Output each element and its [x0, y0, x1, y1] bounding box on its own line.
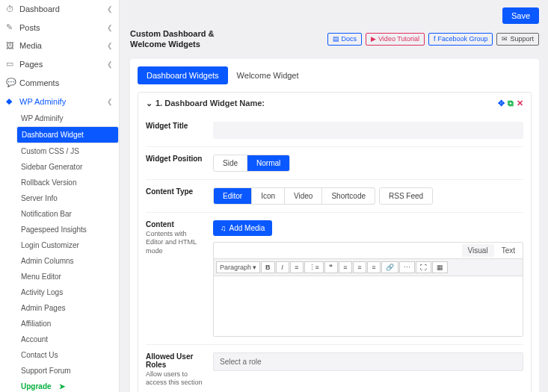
subnav-contact-us[interactable]: Contact Us: [16, 347, 119, 363]
subnav-custom-css-js[interactable]: Custom CSS / JS: [16, 143, 119, 159]
subnav-upgrade[interactable]: Upgrade➤: [16, 379, 119, 392]
nav-icon: ⏱: [6, 4, 15, 13]
pill-icon: ✉: [502, 35, 508, 43]
align-right-icon[interactable]: ≡: [367, 261, 381, 273]
nav-icon: ✎: [6, 22, 15, 32]
roles-sublabel: Allow users to access this section: [146, 370, 206, 388]
subnav-login-customizer[interactable]: Login Customizer: [16, 237, 119, 253]
page-title: Custom Dashboard & Welcome Widgets: [130, 28, 235, 50]
subnav-notification-bar[interactable]: Notification Bar: [16, 206, 119, 222]
ctype-video[interactable]: Video: [285, 188, 322, 204]
widget-name: 1. Dashboard Widget Name:: [156, 99, 265, 108]
content-label: Content: [146, 220, 206, 228]
nav-icon: 💬: [6, 78, 15, 87]
subnav-admin-columns[interactable]: Admin Columns: [16, 253, 119, 269]
pill-icon: ▤: [333, 35, 339, 43]
more-icon[interactable]: ⋯: [399, 261, 415, 273]
upgrade-arrow-icon: ➤: [59, 382, 65, 391]
sidebar: ⏱Dashboard❮✎Posts❮🖼Media❮▭Pages❮💬Comment…: [0, 0, 120, 392]
nav-pages[interactable]: ▭Pages❮: [0, 55, 119, 73]
toolbar-toggle-icon[interactable]: ▦: [432, 261, 448, 273]
delete-icon[interactable]: ✕: [517, 99, 523, 108]
pill-icon: f: [434, 35, 436, 43]
align-left-icon[interactable]: ≡: [339, 261, 352, 273]
copy-icon[interactable]: ⧉: [508, 99, 514, 108]
subnav-server-info[interactable]: Server Info: [16, 190, 119, 206]
subnav-pagespeed-insights[interactable]: Pagespeed Insights: [16, 222, 119, 237]
move-icon[interactable]: ✥: [498, 99, 505, 108]
paragraph-select[interactable]: Paragraph▾: [216, 261, 260, 273]
ctype-rss-feed[interactable]: RSS Feed: [380, 188, 432, 204]
quote-icon[interactable]: ❝: [324, 261, 338, 273]
content-type-label: Content Type: [146, 187, 206, 196]
subnav-account[interactable]: Account: [16, 332, 119, 347]
link-icon[interactable]: 🔗: [381, 261, 398, 273]
nav-comments[interactable]: 💬Comments: [0, 73, 119, 92]
main-content: Save Custom Dashboard & Welcome Widgets …: [120, 0, 548, 392]
text-tab[interactable]: Text: [496, 244, 521, 257]
italic-icon[interactable]: I: [276, 261, 289, 273]
nav-icon: ◆: [6, 96, 15, 106]
position-side[interactable]: Side: [214, 155, 247, 171]
align-center-icon[interactable]: ≡: [353, 261, 366, 273]
pill-facebook-group[interactable]: fFacebook Group: [428, 33, 493, 46]
nav-media[interactable]: 🖼Media❮: [0, 37, 119, 55]
roles-select[interactable]: Select a role: [213, 352, 523, 371]
chevron-icon: ❮: [107, 98, 113, 105]
subnav-wp-adminify[interactable]: WP Adminify: [16, 111, 119, 126]
subnav-dashboard-widget[interactable]: Dashboard Widget: [16, 126, 119, 143]
pill-video-tutorial[interactable]: ▶Video Tutorial: [366, 33, 425, 46]
nav-posts[interactable]: ✎Posts❮: [0, 18, 119, 37]
chevron-icon: ❮: [107, 60, 113, 68]
widget-position-label: Widget Position: [146, 155, 206, 163]
pill-icon: ▶: [371, 35, 376, 43]
nav-icon: 🖼: [6, 41, 15, 50]
ctype-shortcode[interactable]: Shortcode: [322, 188, 375, 204]
subnav-sidebar-generator[interactable]: Sidebar Generator: [16, 159, 119, 175]
widget-title-label: Widget Title: [146, 122, 206, 130]
media-icon: ♫: [221, 224, 227, 232]
subnav-admin-pages[interactable]: Admin Pages: [16, 300, 119, 316]
roles-label: Allowed User Roles: [146, 352, 206, 369]
tab-dashboard-widgets[interactable]: Dashboard Widgets: [138, 66, 228, 84]
chevron-down-icon[interactable]: ⌄: [146, 99, 153, 108]
nav-icon: ▭: [6, 59, 15, 69]
bold-icon[interactable]: B: [261, 261, 275, 273]
nav-wp-adminify[interactable]: ◆WP Adminify❮: [0, 92, 119, 111]
list-ul-icon[interactable]: ≡: [290, 261, 304, 273]
chevron-icon: ❮: [107, 5, 113, 13]
fullscreen-icon[interactable]: ⛶: [416, 261, 431, 273]
widget-title-input[interactable]: [213, 122, 523, 139]
ctype-editor[interactable]: Editor: [214, 188, 252, 204]
editor-area[interactable]: [214, 276, 523, 336]
list-ol-icon[interactable]: ⋮≡: [304, 261, 324, 273]
pill-support[interactable]: ✉Support: [496, 33, 539, 46]
visual-tab[interactable]: Visual: [462, 244, 494, 257]
nav-dashboard[interactable]: ⏱Dashboard❮: [0, 0, 119, 18]
subnav-rollback-version[interactable]: Rollback Version: [16, 175, 119, 190]
chevron-icon: ❮: [107, 42, 113, 49]
save-button[interactable]: Save: [502, 7, 539, 24]
pill-docs[interactable]: ▤Docs: [327, 33, 363, 46]
content-sublabel: Contents with Editor and HTML mode: [146, 230, 206, 256]
subnav-affiliation[interactable]: Affiliation: [16, 316, 119, 332]
ctype-icon[interactable]: Icon: [252, 188, 285, 204]
chevron-icon: ❮: [107, 24, 113, 31]
tab-welcome-widget[interactable]: Welcome Widget: [228, 66, 308, 84]
add-media-button[interactable]: ♫Add Media: [213, 220, 272, 236]
subnav-activity-logs[interactable]: Activity Logs: [16, 284, 119, 300]
subnav-support-forum[interactable]: Support Forum: [16, 363, 119, 379]
subnav-menu-editor[interactable]: Menu Editor: [16, 269, 119, 284]
position-normal[interactable]: Normal: [247, 155, 289, 171]
